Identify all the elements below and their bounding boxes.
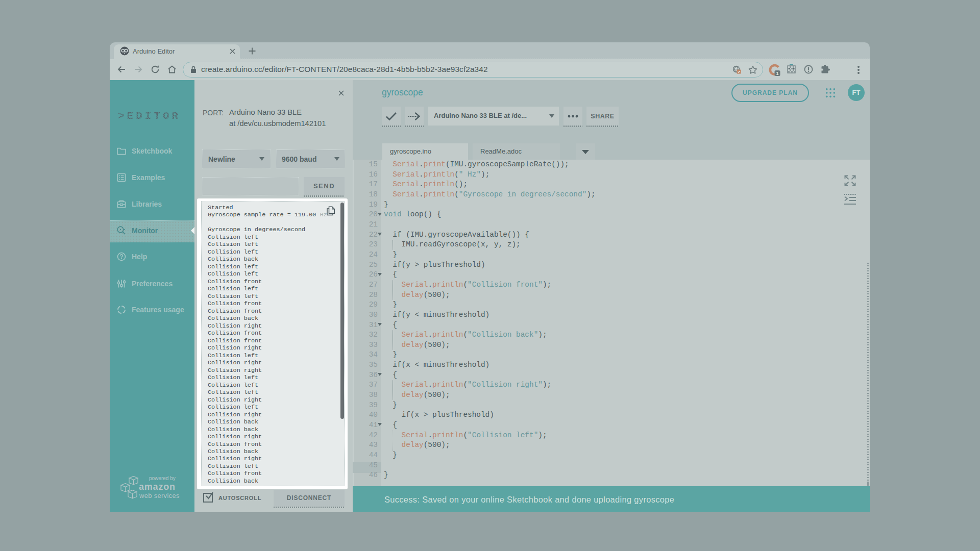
svg-text:1: 1	[776, 71, 778, 76]
